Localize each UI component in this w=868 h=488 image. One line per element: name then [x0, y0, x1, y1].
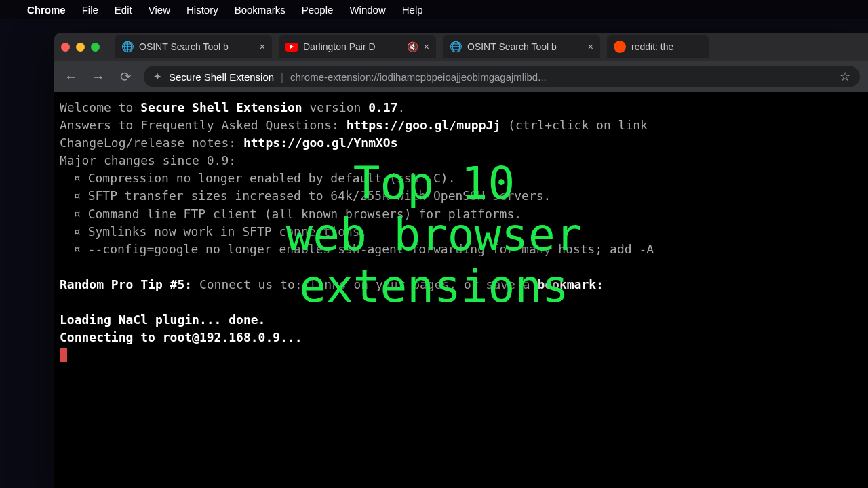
tab-title: OSINT Search Tool b	[139, 41, 254, 52]
tab-title: Darlington Pair D	[303, 41, 401, 52]
globe-icon: 🌐	[450, 41, 462, 53]
maximize-window-button[interactable]	[91, 43, 100, 52]
youtube-icon	[285, 41, 298, 53]
address-bar[interactable]: ✦ Secure Shell Extension | chrome-extens…	[144, 66, 860, 87]
close-tab-icon[interactable]: ×	[260, 41, 265, 52]
toolbar: ← → ⟳ ✦ Secure Shell Extension | chrome-…	[54, 61, 868, 92]
macos-menubar: Chrome File Edit View History Bookmarks …	[0, 0, 868, 19]
tab-youtube[interactable]: Darlington Pair D 🔇 ×	[279, 35, 436, 58]
menu-edit[interactable]: Edit	[115, 4, 132, 16]
menu-bookmarks[interactable]: Bookmarks	[235, 4, 285, 16]
extension-name-chip: Secure Shell Extension	[169, 71, 274, 83]
window-controls	[61, 43, 100, 52]
divider: |	[281, 71, 283, 83]
tab-title: OSINT Search Tool b	[467, 41, 583, 52]
chrome-window: 🌐 OSINT Search Tool b × Darlington Pair …	[54, 33, 868, 488]
menu-file[interactable]: File	[82, 4, 98, 16]
reddit-icon	[614, 41, 626, 53]
cursor-icon	[60, 348, 67, 362]
terminal-bullet: ¤ Command line FTP client (all known bro…	[73, 205, 863, 223]
mute-icon[interactable]: 🔇	[407, 41, 418, 52]
terminal-line: Connecting to root@192.168.0.9...	[60, 329, 863, 346]
terminal-empty	[60, 293, 863, 311]
bookmark-star-icon[interactable]: ☆	[840, 69, 850, 84]
terminal-cursor-line	[60, 346, 863, 364]
menu-window[interactable]: Window	[349, 4, 385, 16]
menu-view[interactable]: View	[149, 4, 170, 16]
terminal-bullet: ¤ Compression no longer enabled by defau…	[73, 169, 863, 187]
tab-title: reddit: the	[631, 41, 702, 52]
menu-help[interactable]: Help	[402, 4, 423, 16]
terminal-bullet: ¤ SFTP transfer sizes increased to 64k/2…	[73, 187, 863, 205]
close-window-button[interactable]	[61, 43, 70, 52]
url-text: chrome-extension://iodihamcpbpeioajjeobi…	[290, 71, 833, 83]
terminal-empty	[60, 258, 863, 276]
minimize-window-button[interactable]	[76, 43, 85, 52]
tab-strip: 🌐 OSINT Search Tool b × Darlington Pair …	[54, 33, 868, 61]
reload-button[interactable]: ⟳	[117, 68, 134, 85]
extension-puzzle-icon: ✦	[153, 70, 162, 83]
menu-people[interactable]: People	[302, 4, 334, 16]
terminal-line: Random Pro Tip #5: Connect us to: links …	[60, 276, 863, 293]
app-menu[interactable]: Chrome	[27, 4, 66, 16]
close-tab-icon[interactable]: ×	[588, 41, 593, 52]
tab-osint-2[interactable]: 🌐 OSINT Search Tool b ×	[443, 35, 600, 58]
terminal-line: Loading NaCl plugin... done.	[60, 311, 863, 329]
forward-button[interactable]: →	[90, 69, 107, 85]
terminal-bullet: ¤ --config=google no longer enables ssh-…	[73, 241, 863, 258]
terminal-content[interactable]: Welcome to Secure Shell Extension versio…	[54, 92, 868, 488]
menu-history[interactable]: History	[186, 4, 218, 16]
terminal-bullet: ¤ Symlinks now work in SFTP connections.	[73, 223, 863, 241]
terminal-line: ChangeLog/release notes: https://goo.gl/…	[60, 134, 863, 152]
tab-osint-1[interactable]: 🌐 OSINT Search Tool b ×	[115, 35, 272, 58]
globe-icon: 🌐	[121, 41, 134, 53]
terminal-line: Welcome to Secure Shell Extension versio…	[60, 99, 863, 117]
terminal-line: Major changes since 0.9:	[60, 152, 863, 169]
terminal-line: Answers to Frequently Asked Questions: h…	[60, 117, 863, 134]
tab-reddit[interactable]: reddit: the	[607, 35, 709, 58]
back-button[interactable]: ←	[62, 69, 80, 85]
close-tab-icon[interactable]: ×	[424, 41, 429, 52]
